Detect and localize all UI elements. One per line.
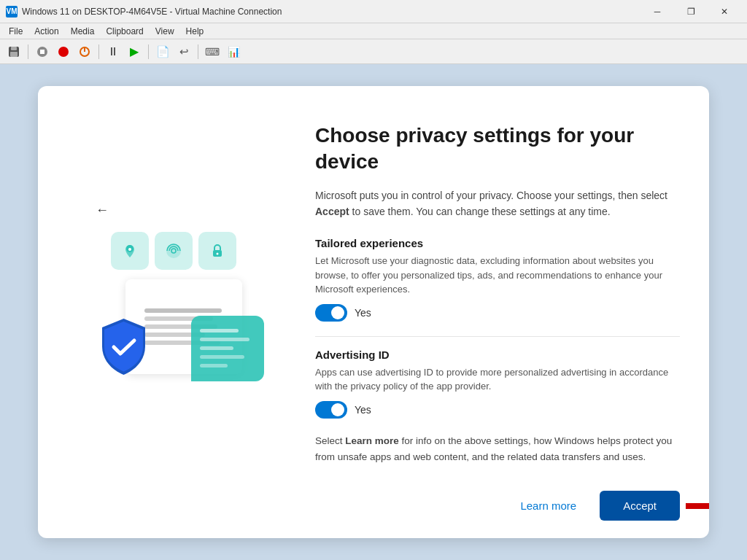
- illus-cards: [111, 232, 236, 270]
- illus-card-location: [111, 232, 149, 270]
- footer-note-bold: Learn more: [345, 435, 399, 446]
- footer-note: Select Learn more for info on the above …: [315, 433, 680, 479]
- svg-rect-1: [11, 47, 17, 50]
- card-footer: Learn more Accept: [38, 479, 709, 538]
- tool-play[interactable]: ▶: [125, 42, 144, 61]
- window-controls: ─ ❐ ✕: [640, 0, 741, 23]
- svg-point-10: [166, 244, 181, 258]
- divider: [315, 336, 680, 337]
- restore-button[interactable]: ❐: [674, 0, 708, 23]
- tool-stop[interactable]: [33, 42, 52, 61]
- setting-tailored: Tailored experiences Let Microsoft use y…: [315, 237, 680, 322]
- minimize-button[interactable]: ─: [640, 0, 674, 23]
- tool-disk[interactable]: [4, 42, 23, 61]
- tool-power[interactable]: [75, 42, 94, 61]
- right-content: Choose privacy settings for your device …: [315, 115, 680, 479]
- menu-bar: File Action Media Clipboard View Help: [0, 23, 747, 39]
- tool-revert[interactable]: ↩: [174, 42, 193, 61]
- illus-card-lock: [198, 232, 236, 270]
- toggle-advertising[interactable]: [315, 401, 347, 419]
- red-arrow-icon: [686, 496, 709, 516]
- menu-file[interactable]: File: [3, 25, 28, 38]
- page-description: Microsoft puts you in control of your pr…: [315, 187, 680, 220]
- card-wrapper: ←: [38, 86, 709, 538]
- toolbar-separator-4: [198, 44, 198, 59]
- menu-view[interactable]: View: [150, 25, 180, 38]
- title-bar: VM Windows 11 on DESKTOP-4M64V5E - Virtu…: [0, 0, 747, 23]
- illus-card-fingerprint: [155, 232, 193, 270]
- svg-point-13: [217, 252, 219, 254]
- illus-bubble: [191, 316, 264, 381]
- app-icon: VM: [6, 6, 18, 18]
- toggle-tailored-label: Yes: [355, 307, 371, 319]
- toolbar-separator-3: [148, 44, 149, 59]
- close-button[interactable]: ✕: [708, 0, 741, 23]
- illus-shield: [96, 316, 151, 378]
- toggle-advertising-row: Yes: [315, 401, 680, 419]
- svg-rect-2: [10, 52, 18, 57]
- window-title: Windows 11 on DESKTOP-4M64V5E - Virtual …: [22, 7, 640, 17]
- menu-media[interactable]: Media: [65, 25, 101, 38]
- toggle-tailored[interactable]: [315, 304, 347, 322]
- setting-tailored-title: Tailored experiences: [315, 237, 680, 249]
- tool-rec[interactable]: [54, 42, 73, 61]
- footer-note-prefix: Select: [315, 435, 345, 446]
- svg-point-9: [128, 248, 131, 251]
- tool-pause[interactable]: ⏸: [104, 42, 123, 61]
- illus-scene: [82, 225, 271, 385]
- page-title: Choose privacy settings for your device: [315, 122, 680, 176]
- menu-help[interactable]: Help: [180, 25, 210, 38]
- svg-point-5: [58, 47, 69, 57]
- privacy-card: Choose privacy settings for your device …: [38, 86, 709, 538]
- page-desc-suffix: to save them. You can change these setti…: [349, 206, 611, 217]
- tool-screenshot[interactable]: 📄: [153, 42, 172, 61]
- tool-keyboard[interactable]: ⌨: [203, 42, 222, 61]
- toolbar-separator-2: [98, 44, 99, 59]
- svg-rect-4: [40, 50, 44, 54]
- vm-viewport: ←: [0, 64, 747, 560]
- accept-wrapper: Accept: [600, 491, 680, 521]
- menu-action[interactable]: Action: [28, 25, 64, 38]
- setting-tailored-desc: Let Microsoft use your diagnostic data, …: [315, 254, 680, 297]
- setting-advertising: Advertising ID Apps can use advertising …: [315, 349, 680, 419]
- arrow-indicator: [686, 496, 709, 516]
- page-desc-prefix: Microsoft puts you in control of your pr…: [315, 190, 667, 201]
- toggle-advertising-label: Yes: [355, 404, 371, 416]
- setting-advertising-title: Advertising ID: [315, 349, 680, 361]
- back-button[interactable]: ←: [90, 199, 114, 222]
- toggle-tailored-row: Yes: [315, 304, 680, 322]
- svg-marker-14: [686, 499, 709, 513]
- tool-stats[interactable]: 📊: [224, 42, 243, 61]
- accept-button[interactable]: Accept: [600, 491, 680, 521]
- setting-advertising-desc: Apps can use advertising ID to provide m…: [315, 365, 680, 394]
- toolbar: ⏸ ▶ 📄 ↩ ⌨ 📊: [0, 39, 747, 64]
- learn-more-button[interactable]: Learn more: [508, 492, 588, 519]
- menu-clipboard[interactable]: Clipboard: [100, 25, 149, 38]
- illustration: [67, 115, 286, 479]
- card-inner: Choose privacy settings for your device …: [38, 86, 709, 479]
- toolbar-separator: [28, 44, 28, 59]
- page-desc-bold: Accept: [315, 206, 349, 217]
